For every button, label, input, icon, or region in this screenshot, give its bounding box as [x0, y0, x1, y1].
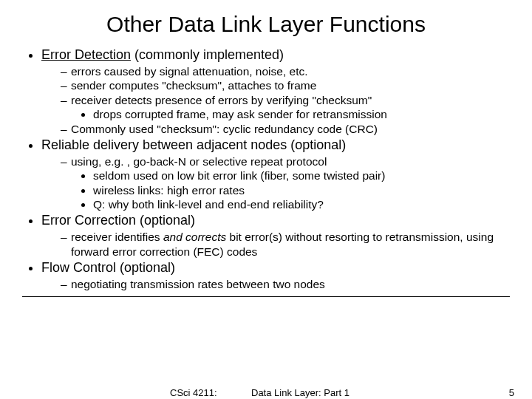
dash-text: negotiating transmission rates between t… [71, 278, 325, 290]
footer-course: CSci 4211: [170, 387, 217, 398]
dash-list: errors caused by signal attenuation, noi… [41, 64, 510, 136]
section-error-correction: Error Correction (optional) receiver ide… [41, 213, 510, 259]
footer-subtitle: Data Link Layer: Part 1 [251, 387, 349, 398]
heading-underlined: Error Detection [41, 47, 131, 62]
footer-rule [22, 296, 510, 297]
section-flow-control: Flow Control (optional) negotiating tran… [41, 260, 510, 291]
dash-text: using, e.g. , go-back-N or selective rep… [71, 155, 327, 168]
dash-text-italic: and corrects [163, 231, 226, 243]
dash-item: negotiating transmission rates between t… [61, 277, 510, 291]
dash-text-pre: receiver identifies [71, 231, 163, 243]
dash-item: using, e.g. , go-back-N or selective rep… [61, 154, 510, 212]
dot-item: drops corrupted frame, may ask sender fo… [93, 107, 510, 121]
footer-page-number: 5 [509, 387, 514, 398]
dot-list: drops corrupted frame, may ask sender fo… [71, 107, 510, 121]
section-heading: Flow Control (optional) [41, 260, 175, 275]
section-error-detection: Error Detection (commonly implemented) e… [41, 47, 510, 136]
dot-item: wireless links: high error rates [93, 183, 510, 197]
dash-text: receiver detects presence of errors by v… [71, 94, 372, 106]
dash-text: errors caused by signal attenuation, noi… [71, 65, 308, 78]
dash-item: errors caused by signal attenuation, noi… [61, 64, 510, 78]
dash-list: receiver identifies and corrects bit err… [41, 230, 510, 259]
dash-text: sender computes "checksum", attaches to … [71, 79, 316, 92]
section-heading: Reliable delivery between adjacent nodes… [41, 137, 346, 152]
dot-list: seldom used on low bit error link (fiber… [71, 168, 510, 211]
slide-title: Other Data Link Layer Functions [22, 12, 510, 37]
dot-item: seldom used on low bit error link (fiber… [93, 168, 510, 183]
heading-rest: (commonly implemented) [131, 47, 284, 62]
dash-text: Commonly used "checksum": cyclic redunda… [71, 123, 378, 135]
dot-item: Q: why both link-level and end-end relia… [93, 197, 510, 211]
dash-item: receiver detects presence of errors by v… [61, 93, 510, 122]
dash-item: Commonly used "checksum": cyclic redunda… [61, 122, 510, 136]
section-heading: Error Detection (commonly implemented) [41, 47, 284, 62]
slide: Other Data Link Layer Functions Error De… [0, 0, 532, 399]
dash-list: negotiating transmission rates between t… [41, 277, 510, 291]
bullet-list: Error Detection (commonly implemented) e… [22, 47, 510, 292]
dash-item: sender computes "checksum", attaches to … [61, 78, 510, 92]
section-heading: Error Correction (optional) [41, 213, 195, 228]
section-reliable-delivery: Reliable delivery between adjacent nodes… [41, 137, 510, 212]
dash-item: receiver identifies and corrects bit err… [61, 230, 510, 259]
dash-list: using, e.g. , go-back-N or selective rep… [41, 154, 510, 212]
